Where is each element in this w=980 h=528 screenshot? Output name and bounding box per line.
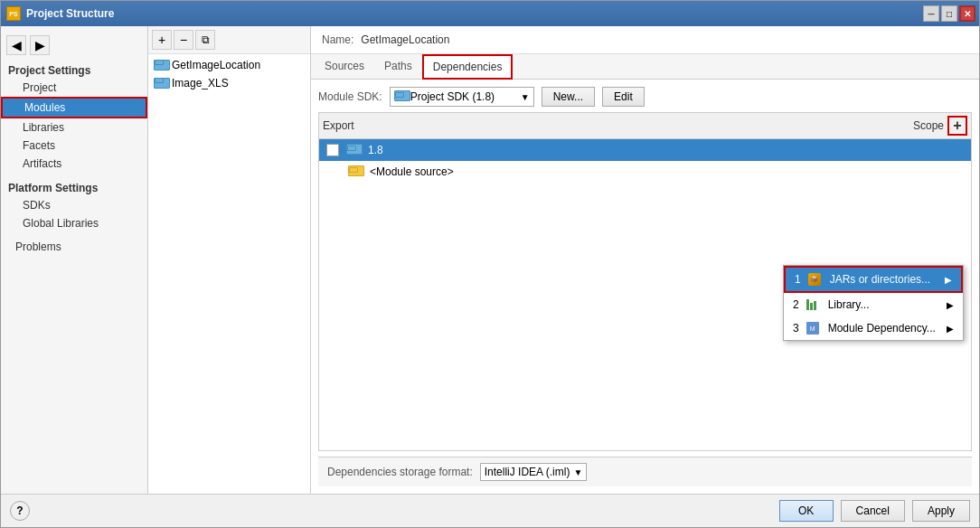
right-panel: Name: GetImageLocation Sources Paths Dep…	[311, 26, 979, 494]
storage-format-label: Dependencies storage format:	[327, 466, 473, 478]
nav-back-button[interactable]: ◀	[6, 35, 26, 55]
table-header: Export Scope +	[319, 113, 971, 139]
sidebar-item-libraries[interactable]: Libraries	[1, 118, 147, 137]
module-name-display: GetImageLocation	[361, 33, 449, 46]
dependency-name: <Module source>	[370, 165, 964, 178]
folder-icon	[154, 78, 168, 89]
project-settings-label: Project Settings	[1, 61, 147, 79]
copy-module-button[interactable]: ⧉	[195, 30, 215, 50]
sidebar-item-problems[interactable]: Problems	[1, 238, 147, 256]
right-header: Name: GetImageLocation	[311, 26, 979, 54]
dropdown-item-module-dep[interactable]: 3 M Module Dependency... ▶	[784, 316, 963, 340]
module-name-image-xls: Image_XLS	[172, 77, 229, 90]
list-item[interactable]: Image_XLS	[150, 74, 308, 92]
submenu-arrow-icon: ▶	[947, 324, 954, 334]
dropdown-item-num: 2	[793, 298, 799, 311]
table-row[interactable]: <Module source>	[319, 161, 971, 183]
dependencies-content: Module SDK: Project SDK (1.8) ▼ New... E…	[311, 80, 979, 494]
tab-bar: Sources Paths Dependencies	[311, 54, 979, 80]
sdk-folder-icon	[394, 90, 407, 104]
sdk-row-icon	[346, 143, 361, 157]
center-panel: + − ⧉ GetImageLocation Image_XLS	[148, 26, 311, 494]
dropdown-item-num: 3	[793, 322, 799, 335]
remove-module-button[interactable]: −	[174, 30, 193, 50]
sidebar-item-sdks[interactable]: SDKs	[1, 196, 147, 214]
dropdown-item-num: 1	[795, 273, 801, 286]
center-toolbar: + − ⧉	[148, 26, 310, 54]
dependency-name: 1.8	[368, 144, 964, 156]
sidebar-nav: ◀ ▶	[1, 32, 147, 61]
name-label: Name:	[322, 33, 353, 46]
sidebar-item-modules[interactable]: Modules	[1, 97, 147, 118]
jar-icon: 📦	[808, 272, 823, 287]
list-item[interactable]: GetImageLocation	[150, 56, 308, 74]
module-sdk-label: Module SDK:	[318, 90, 382, 103]
submenu-arrow-icon: ▶	[945, 275, 952, 285]
table-row[interactable]: 1.8	[319, 139, 971, 161]
maximize-button[interactable]: □	[941, 5, 957, 22]
title-bar-controls: ─ □ ✕	[923, 5, 975, 22]
tab-dependencies[interactable]: Dependencies	[422, 54, 514, 80]
tab-sources[interactable]: Sources	[315, 54, 374, 80]
center-items: GetImageLocation Image_XLS	[148, 54, 310, 494]
ok-button[interactable]: OK	[779, 500, 834, 522]
export-checkbox[interactable]	[326, 144, 339, 156]
tab-paths[interactable]: Paths	[374, 54, 422, 80]
module-source-icon	[348, 165, 363, 179]
footer: ? OK Cancel Apply	[1, 494, 979, 527]
add-dependency-dropdown: 1 📦 JARs or directories... ▶ 2	[783, 265, 964, 341]
dropdown-item-jars[interactable]: 1 📦 JARs or directories... ▶	[784, 266, 963, 293]
sdk-dropdown-arrow-icon: ▼	[521, 92, 530, 102]
dropdown-item-library[interactable]: 2 Library... ▶	[784, 293, 963, 316]
nav-forward-button[interactable]: ▶	[30, 35, 50, 55]
dropdown-item-label: Module Dependency...	[828, 322, 936, 335]
sidebar-item-facets[interactable]: Facets	[1, 137, 147, 155]
main-content: ◀ ▶ Project Settings Project Modules Lib…	[1, 26, 979, 494]
title-bar-left: PS Project Structure	[6, 6, 114, 21]
window-title: Project Structure	[26, 7, 114, 20]
storage-format-selector[interactable]: IntelliJ IDEA (.iml) ▼	[480, 463, 588, 481]
sdk-edit-button[interactable]: Edit	[602, 87, 645, 107]
library-icon	[806, 297, 821, 312]
submenu-arrow-icon: ▶	[947, 300, 954, 310]
window-icon: PS	[6, 6, 21, 21]
cancel-button[interactable]: Cancel	[841, 500, 905, 522]
platform-settings-label: Platform Settings	[1, 178, 147, 196]
module-name-get-image-location: GetImageLocation	[172, 59, 260, 71]
project-structure-window: PS Project Structure ─ □ ✕ ◀ ▶ Project S…	[0, 0, 980, 528]
apply-button[interactable]: Apply	[912, 500, 970, 522]
export-column-header: Export	[323, 119, 377, 132]
minimize-button[interactable]: ─	[923, 5, 939, 22]
sidebar: ◀ ▶ Project Settings Project Modules Lib…	[1, 26, 148, 494]
scope-column-header: Scope	[913, 119, 944, 132]
title-bar: PS Project Structure ─ □ ✕	[1, 1, 979, 26]
sdk-row: Module SDK: Project SDK (1.8) ▼ New... E…	[318, 87, 972, 107]
dependencies-table: Export Scope + 1.8	[318, 112, 972, 451]
add-module-button[interactable]: +	[152, 30, 172, 50]
close-button[interactable]: ✕	[959, 5, 975, 22]
storage-format-value: IntelliJ IDEA (.iml)	[485, 466, 570, 478]
sidebar-item-project[interactable]: Project	[1, 79, 147, 97]
sdk-selector[interactable]: Project SDK (1.8) ▼	[390, 87, 534, 107]
sidebar-item-artifacts[interactable]: Artifacts	[1, 155, 147, 173]
sdk-new-button[interactable]: New...	[542, 87, 595, 107]
dropdown-item-label: Library...	[828, 298, 870, 311]
module-dep-icon: M	[806, 321, 821, 335]
folder-icon	[154, 60, 168, 71]
help-button[interactable]: ?	[10, 501, 30, 521]
storage-format-dropdown-arrow-icon: ▼	[573, 467, 582, 477]
add-dependency-button[interactable]: +	[947, 116, 967, 136]
sidebar-item-global-libraries[interactable]: Global Libraries	[1, 214, 147, 232]
bottom-area: Dependencies storage format: IntelliJ ID…	[318, 457, 972, 486]
sdk-value: Project SDK (1.8)	[410, 90, 495, 103]
dropdown-item-label: JARs or directories...	[830, 273, 930, 286]
footer-left: ?	[10, 501, 30, 521]
